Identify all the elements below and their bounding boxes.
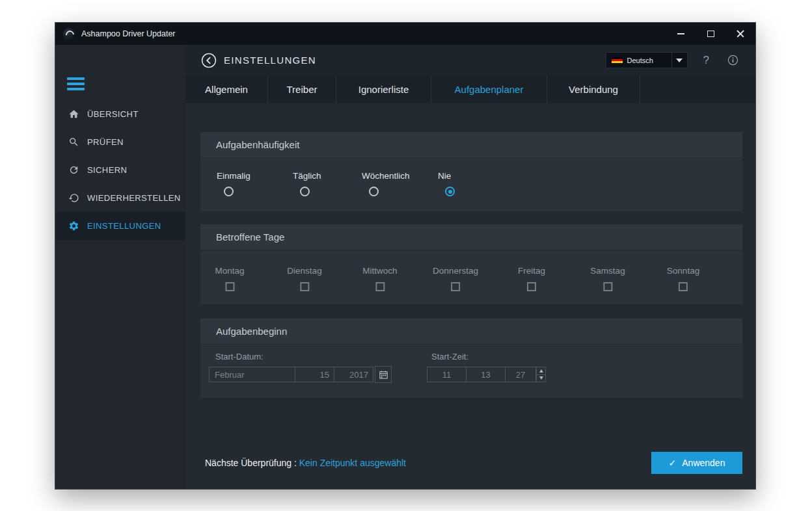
hour-field[interactable] [427, 367, 467, 382]
checkbox-mittwoch[interactable] [375, 282, 385, 291]
day-option-mittwoch[interactable]: Mittwoch [362, 266, 397, 291]
german-flag-icon [612, 57, 623, 64]
info-circle-icon[interactable] [727, 55, 738, 66]
checkbox-dienstag[interactable] [300, 282, 309, 291]
sidebar: ÜBERSICHT PRÜFEN SICHERN WIEDERHERSTELLE… [55, 45, 185, 489]
maximize-icon [707, 31, 714, 37]
app-window: Ashampoo Driver Updater ÜBERSICHT PRÜFEN [55, 23, 755, 489]
next-check-status: Nächste Überprüfung : Kein Zeitpunkt aus… [205, 452, 406, 474]
checkbox-label: Dienstag [287, 266, 321, 276]
frequency-option-nie[interactable]: Nie [438, 171, 455, 196]
day-option-sonntag[interactable]: Sonntag [667, 266, 699, 291]
stepper-up-button[interactable] [536, 367, 546, 375]
checkbox-donnerstag[interactable] [451, 282, 460, 291]
next-check-value: Kein Zeitpunkt ausgewählt [299, 458, 406, 468]
language-selector[interactable]: Deutsch [606, 52, 688, 68]
back-arrow-circle-icon[interactable] [201, 53, 217, 68]
day-field[interactable] [295, 367, 334, 382]
start-date-label: Start-Datum: [215, 352, 264, 361]
content-area: EINSTELLUNGEN Deutsch ? [185, 45, 755, 489]
sidebar-item-label: WIEDERHERSTELLEN [87, 193, 181, 203]
check-icon: ✓ [669, 458, 677, 468]
window-title: Ashampoo Driver Updater [81, 29, 176, 38]
tab-label: Treiber [287, 84, 318, 95]
tab-treiber[interactable]: Treiber [268, 75, 336, 103]
checkbox-freitag[interactable] [527, 282, 536, 291]
hamburger-menu-icon[interactable] [67, 77, 85, 93]
day-option-montag[interactable]: Montag [215, 266, 244, 291]
close-button[interactable] [725, 23, 755, 45]
radio-woechentlich[interactable] [369, 187, 379, 196]
sidebar-item-label: ÜBERSICHT [87, 109, 139, 119]
gear-icon [68, 220, 79, 231]
chevron-up-icon [539, 369, 543, 373]
apply-button[interactable]: ✓ Anwenden [651, 452, 742, 474]
panel-start-title: Aufgabenbeginn [200, 319, 742, 345]
day-option-donnerstag[interactable]: Donnerstag [433, 266, 478, 291]
panel-days: Betroffene Tage Montag Dienstag Mittwoch [200, 224, 742, 304]
close-icon [737, 30, 744, 38]
minimize-icon [677, 33, 684, 34]
second-field[interactable] [505, 367, 536, 382]
tab-ignorierliste[interactable]: Ignorierliste [336, 75, 431, 103]
sidebar-item-wiederherstellen[interactable]: WIEDERHERSTELLEN [55, 184, 185, 212]
language-dropdown-button[interactable] [671, 53, 687, 68]
sidebar-nav: ÜBERSICHT PRÜFEN SICHERN WIEDERHERSTELLE… [55, 100, 185, 240]
month-field[interactable] [209, 367, 295, 382]
page-title: EINSTELLUNGEN [224, 55, 316, 66]
next-check-label: Nächste Überprüfung : [205, 458, 297, 468]
maximize-button[interactable] [696, 23, 725, 45]
day-option-samstag[interactable]: Samstag [590, 266, 625, 291]
radio-einmalig[interactable] [224, 187, 234, 196]
sidebar-item-label: PRÜFEN [87, 137, 124, 147]
minimize-button[interactable] [666, 23, 696, 45]
sidebar-item-uebersicht[interactable]: ÜBERSICHT [55, 100, 185, 128]
help-button[interactable]: ? [703, 54, 709, 67]
day-option-freitag[interactable]: Freitag [518, 266, 545, 291]
content-header: EINSTELLUNGEN Deutsch ? [185, 45, 755, 75]
home-icon [68, 109, 79, 120]
settings-tabbar: Allgemein Treiber Ignorierliste Aufgaben… [185, 75, 755, 103]
checkbox-montag[interactable] [225, 282, 234, 291]
radio-taeglich[interactable] [300, 187, 310, 196]
checkbox-samstag[interactable] [603, 282, 612, 291]
tab-content: Aufgabenhäufigkeit Einmalig Täglich Wöch… [185, 103, 755, 489]
minute-field[interactable] [466, 367, 506, 382]
checkbox-label: Freitag [518, 266, 545, 276]
panel-frequency-title: Aufgabenhäufigkeit [200, 132, 742, 158]
stepper-down-button[interactable] [536, 375, 546, 383]
radio-label: Wöchentlich [362, 171, 410, 181]
checkbox-label: Donnerstag [433, 266, 478, 276]
restore-icon [68, 192, 79, 203]
tab-verbindung[interactable]: Verbindung [547, 75, 640, 103]
calendar-icon [379, 370, 388, 380]
tab-allgemein[interactable]: Allgemein [185, 75, 268, 103]
tab-aufgabenplaner[interactable]: Aufgabenplaner [431, 75, 547, 103]
panel-days-title: Betroffene Tage [200, 224, 742, 250]
sidebar-item-einstellungen[interactable]: EINSTELLUNGEN [55, 212, 185, 240]
sidebar-item-sichern[interactable]: SICHERN [55, 156, 185, 184]
frequency-option-einmalig[interactable]: Einmalig [217, 171, 250, 196]
radio-label: Täglich [293, 171, 321, 181]
radio-label: Einmalig [217, 171, 250, 181]
sidebar-item-pruefen[interactable]: PRÜFEN [55, 128, 185, 156]
radio-nie[interactable] [445, 187, 455, 196]
titlebar: Ashampoo Driver Updater [55, 23, 755, 45]
frequency-option-taeglich[interactable]: Täglich [293, 171, 321, 196]
tab-label: Verbindung [569, 84, 618, 95]
checkbox-label: Samstag [590, 266, 625, 276]
tab-label: Allgemein [205, 84, 248, 95]
checkbox-label: Sonntag [667, 266, 699, 276]
panel-start: Aufgabenbeginn Start-Datum: [200, 319, 742, 398]
apply-button-label: Anwenden [682, 458, 725, 468]
frequency-option-woechentlich[interactable]: Wöchentlich [362, 171, 410, 196]
chevron-down-icon [676, 59, 683, 62]
radio-label: Nie [438, 171, 455, 181]
calendar-picker-button[interactable] [375, 366, 392, 383]
window-controls [666, 23, 755, 45]
time-stepper [536, 367, 546, 382]
checkbox-sonntag[interactable] [679, 282, 688, 291]
tab-label: Ignorierliste [359, 84, 409, 95]
year-field[interactable] [334, 367, 373, 382]
day-option-dienstag[interactable]: Dienstag [287, 266, 321, 291]
